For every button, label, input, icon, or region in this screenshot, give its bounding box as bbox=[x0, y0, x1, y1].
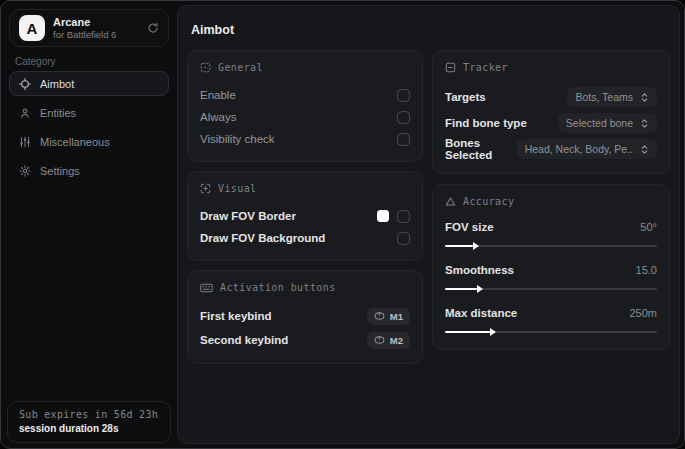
app-subtitle: for Battlefield 6 bbox=[53, 29, 116, 40]
setting-label: Enable bbox=[200, 89, 236, 101]
setting-row-find-bone-type: Find bone type Selected bone bbox=[445, 110, 657, 136]
refresh-icon[interactable] bbox=[147, 22, 159, 34]
box-minus-icon bbox=[445, 62, 456, 73]
smoothness-slider[interactable] bbox=[445, 284, 657, 293]
card-visual-header: Visual bbox=[200, 183, 410, 194]
slider-value: 250m bbox=[629, 307, 657, 319]
card-title: Accuracy bbox=[463, 196, 514, 207]
setting-label: Find bone type bbox=[445, 117, 527, 129]
fov-border-color-swatch[interactable] bbox=[377, 210, 389, 222]
card-tracker: Tracker Targets Bots, Teams Find bone ty… bbox=[432, 50, 670, 174]
setting-row-first-keybind: First keybind M1 bbox=[200, 304, 410, 328]
setting-label: First keybind bbox=[200, 310, 272, 322]
card-accuracy-header: Accuracy bbox=[445, 196, 657, 207]
visibility-check-checkbox[interactable] bbox=[397, 133, 410, 146]
setting-row-enable: Enable bbox=[200, 84, 410, 106]
always-checkbox[interactable] bbox=[397, 111, 410, 124]
setting-label: Always bbox=[200, 111, 236, 123]
setting-label: Draw FOV Background bbox=[200, 232, 325, 244]
grid-icon bbox=[200, 62, 211, 73]
card-general: General Enable Always Visibility check bbox=[187, 50, 423, 162]
card-accuracy: Accuracy FOV size 50° bbox=[432, 184, 670, 350]
subscription-box: Sub expires in 56d 23h session duration … bbox=[7, 401, 171, 443]
setting-row-fov-border: Draw FOV Border bbox=[200, 205, 410, 227]
setting-row-second-keybind: Second keybind M2 bbox=[200, 328, 410, 352]
slider-label: FOV size bbox=[445, 221, 494, 233]
mouse-icon bbox=[374, 336, 385, 344]
right-column: Tracker Targets Bots, Teams Find bone ty… bbox=[432, 50, 670, 350]
sidebar-item-aimbot[interactable]: Aimbot bbox=[9, 71, 169, 96]
targets-select[interactable]: Bots, Teams bbox=[567, 87, 657, 107]
category-label: Category bbox=[15, 56, 56, 67]
slider-group-fov-size: FOV size 50° bbox=[445, 218, 657, 250]
setting-row-targets: Targets Bots, Teams bbox=[445, 84, 657, 110]
card-visual: Visual Draw FOV Border Draw FOV Backgrou… bbox=[187, 171, 423, 261]
sidebar-item-label: Miscellaneous bbox=[40, 136, 110, 148]
sidebar-item-label: Settings bbox=[40, 165, 80, 177]
app-window: A Arcane for Battlefield 6 Category Aimb… bbox=[0, 0, 685, 449]
slider-value: 15.0 bbox=[636, 264, 657, 276]
crosshair-icon bbox=[19, 78, 31, 90]
bones-selected-select[interactable]: Head, Neck, Body, Pe.. bbox=[517, 139, 657, 159]
setting-row-visibility-check: Visibility check bbox=[200, 128, 410, 150]
select-value: Head, Neck, Body, Pe.. bbox=[525, 143, 633, 155]
card-general-header: General bbox=[200, 62, 410, 73]
setting-label: Targets bbox=[445, 91, 486, 103]
card-title: General bbox=[218, 62, 263, 73]
left-column: General Enable Always Visibility check bbox=[187, 50, 423, 364]
sidebar-item-label: Aimbot bbox=[40, 78, 74, 90]
keybind-value: M1 bbox=[390, 311, 403, 322]
fov-background-checkbox[interactable] bbox=[397, 232, 410, 245]
app-name: Arcane bbox=[53, 16, 116, 29]
fov-size-slider[interactable] bbox=[445, 241, 657, 250]
sub-expires-text: Sub expires in 56d 23h bbox=[19, 409, 159, 420]
setting-label: Bones Selected bbox=[445, 137, 517, 161]
second-keybind-button[interactable]: M2 bbox=[367, 332, 410, 349]
page-title: Aimbot bbox=[191, 23, 670, 37]
card-title: Visual bbox=[218, 183, 257, 194]
session-duration-text: session duration 28s bbox=[19, 423, 159, 434]
slider-label: Max distance bbox=[445, 307, 517, 319]
enable-checkbox[interactable] bbox=[397, 89, 410, 102]
slider-group-smoothness: Smoothness 15.0 bbox=[445, 261, 657, 293]
select-value: Bots, Teams bbox=[575, 91, 633, 103]
setting-label: Second keybind bbox=[200, 334, 288, 346]
setting-label: Draw FOV Border bbox=[200, 210, 296, 222]
slider-label: Smoothness bbox=[445, 264, 514, 276]
sidebar-item-label: Entities bbox=[40, 107, 76, 119]
sidebar-item-entities[interactable]: Entities bbox=[9, 100, 169, 125]
card-title: Tracker bbox=[463, 62, 508, 73]
setting-label: Visibility check bbox=[200, 133, 275, 145]
find-bone-type-select[interactable]: Selected bone bbox=[558, 113, 657, 133]
sliders-icon bbox=[19, 136, 31, 148]
fov-border-controls bbox=[377, 210, 410, 223]
sidebar-item-settings[interactable]: Settings bbox=[9, 158, 169, 183]
card-activation-buttons: Activation buttons First keybind M1 Seco… bbox=[187, 270, 423, 364]
sidebar-nav: Aimbot Entities bbox=[9, 71, 169, 187]
person-icon bbox=[19, 107, 31, 119]
mouse-icon bbox=[374, 312, 385, 320]
card-title: Activation buttons bbox=[220, 282, 336, 293]
select-value: Selected bone bbox=[566, 117, 633, 129]
slider-fill bbox=[445, 331, 490, 333]
app-titles: Arcane for Battlefield 6 bbox=[53, 16, 116, 40]
slider-fill bbox=[445, 245, 473, 247]
slider-value: 50° bbox=[640, 221, 657, 233]
first-keybind-button[interactable]: M1 bbox=[367, 308, 410, 325]
card-activation-header: Activation buttons bbox=[200, 282, 410, 293]
sidebar-item-miscellaneous[interactable]: Miscellaneous bbox=[9, 129, 169, 154]
fov-border-checkbox[interactable] bbox=[397, 210, 410, 223]
setting-row-bones-selected: Bones Selected Head, Neck, Body, Pe.. bbox=[445, 136, 657, 162]
app-logo: A bbox=[19, 15, 45, 41]
slider-fill bbox=[445, 288, 477, 290]
main-panel: Aimbot General bbox=[177, 5, 680, 444]
frame-plus-icon bbox=[200, 183, 211, 194]
card-tracker-header: Tracker bbox=[445, 62, 657, 73]
setting-row-always: Always bbox=[200, 106, 410, 128]
keyboard-icon bbox=[200, 283, 213, 293]
max-distance-slider[interactable] bbox=[445, 327, 657, 336]
gear-icon bbox=[19, 165, 31, 177]
app-header: A Arcane for Battlefield 6 bbox=[9, 9, 169, 47]
setting-row-fov-background: Draw FOV Background bbox=[200, 227, 410, 249]
chevron-up-down-icon bbox=[640, 118, 649, 129]
